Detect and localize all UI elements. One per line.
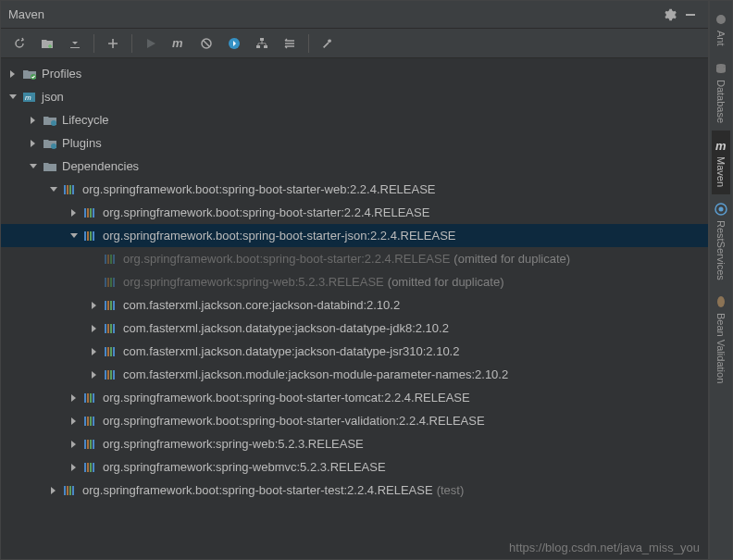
tree-node-dependency[interactable]: org.springframework.boot:spring-boot-sta…	[1, 178, 708, 201]
svg-rect-18	[90, 208, 92, 218]
svg-rect-0	[686, 14, 695, 16]
svg-rect-54	[90, 417, 92, 426]
folder-icon	[42, 136, 58, 151]
tree-node-dependencies[interactable]: Dependencies	[1, 155, 708, 178]
chevron-right-icon[interactable]	[68, 206, 81, 219]
svg-rect-25	[107, 255, 109, 264]
svg-point-72	[719, 206, 724, 211]
add-button[interactable]	[100, 31, 126, 56]
hide-icon[interactable]	[680, 5, 701, 25]
node-label: com.fasterxml.jackson.datatype:jackson-d…	[123, 344, 459, 358]
chevron-down-icon[interactable]	[47, 183, 60, 196]
show-dependencies-button[interactable]	[249, 31, 275, 56]
tree-node-plugins[interactable]: Plugins	[1, 131, 708, 155]
tree-node-lifecycle[interactable]: Lifecycle	[1, 108, 708, 131]
svg-rect-42	[110, 347, 112, 356]
svg-point-68	[716, 15, 726, 24]
svg-rect-58	[90, 440, 92, 449]
toggle-offline-button[interactable]	[221, 31, 247, 56]
tree-node-profiles[interactable]: Profiles	[1, 62, 708, 85]
node-label: org.springframework.boot:spring-boot-sta…	[123, 252, 450, 266]
svg-rect-49	[87, 393, 89, 403]
library-icon	[82, 414, 99, 429]
chevron-right-icon[interactable]	[68, 438, 81, 451]
library-icon	[62, 483, 79, 498]
tree-node-dependency[interactable]: com.fasterxml.jackson.datatype:jackson-d…	[1, 317, 708, 340]
svg-rect-39	[113, 324, 115, 333]
chevron-down-icon[interactable]	[27, 160, 40, 173]
database-icon	[714, 61, 728, 76]
download-sources-button[interactable]	[62, 31, 88, 56]
library-icon	[82, 229, 99, 243]
chevron-down-icon[interactable]	[68, 230, 81, 243]
settings-icon[interactable]	[660, 5, 680, 25]
sidebar-item-beanvalidation[interactable]: Bean Validation	[712, 287, 730, 391]
chevron-right-icon[interactable]	[88, 368, 101, 381]
chevron-right-icon[interactable]	[68, 392, 81, 404]
library-icon	[82, 460, 99, 475]
tree-node-dependency[interactable]: org.springframework.boot:spring-boot-sta…	[1, 201, 708, 224]
library-icon-dimmed	[103, 252, 119, 267]
tree-node-dependency[interactable]: org.springframework.boot:spring-boot-sta…	[1, 479, 708, 502]
chevron-right-icon[interactable]	[88, 322, 101, 335]
chevron-right-icon[interactable]	[27, 137, 40, 150]
chevron-right-icon[interactable]	[88, 299, 101, 312]
toggle-skip-tests-button[interactable]	[193, 31, 219, 56]
sidebar-item-ant[interactable]: Ant	[712, 5, 730, 54]
tree-node-dependency[interactable]: com.fasterxml.jackson.module:jackson-mod…	[1, 363, 708, 386]
refresh-button[interactable]	[6, 31, 32, 56]
tree-node-project[interactable]: m json	[1, 85, 708, 108]
tree-node-dependency[interactable]: org.springframework:spring-webmvc:5.2.3.…	[1, 455, 708, 479]
svg-rect-59	[93, 440, 94, 449]
chevron-right-icon[interactable]	[47, 484, 60, 497]
tree-node-dependency-selected[interactable]: org.springframework.boot:spring-boot-sta…	[1, 224, 708, 247]
tree-node-dependency[interactable]: org.springframework.boot:spring-boot-sta…	[1, 386, 708, 409]
svg-point-10	[51, 120, 56, 126]
panel-header: Maven	[1, 1, 708, 29]
run-button[interactable]	[138, 31, 164, 56]
rest-icon	[714, 202, 728, 217]
node-label: json	[42, 90, 64, 104]
svg-rect-17	[87, 208, 89, 218]
maven-icon: m	[714, 138, 728, 153]
sidebar-item-maven[interactable]: m Maven	[712, 131, 730, 194]
svg-rect-62	[90, 463, 92, 472]
chevron-down-icon[interactable]	[6, 91, 19, 104]
svg-rect-19	[93, 208, 94, 218]
chevron-right-icon[interactable]	[68, 415, 81, 428]
node-label: org.springframework.boot:spring-boot-sta…	[103, 229, 456, 243]
library-icon	[103, 321, 119, 336]
svg-rect-37	[107, 324, 109, 333]
svg-text:m: m	[715, 139, 727, 152]
svg-rect-66	[69, 486, 71, 495]
chevron-right-icon[interactable]	[27, 114, 40, 127]
collapse-all-button[interactable]	[277, 31, 303, 56]
tree-node-dependency-omitted[interactable]: org.springframework:spring-web:5.2.3.REL…	[1, 270, 708, 293]
tree-node-dependency[interactable]: org.springframework:spring-web:5.2.3.REL…	[1, 432, 708, 455]
chevron-right-icon[interactable]	[88, 345, 101, 358]
settings-button[interactable]	[315, 31, 341, 56]
chevron-right-icon[interactable]	[68, 461, 81, 474]
chevron-right-icon[interactable]	[6, 68, 19, 81]
node-label: org.springframework.boot:spring-boot-sta…	[82, 483, 433, 497]
svg-rect-28	[105, 278, 106, 287]
library-icon	[82, 205, 99, 220]
svg-rect-46	[110, 370, 112, 380]
svg-rect-64	[64, 486, 66, 495]
sidebar-item-restservices[interactable]: RestServices	[712, 194, 730, 288]
watermark: https://blog.csdn.net/java_miss_you	[509, 541, 700, 554]
svg-rect-36	[105, 324, 106, 333]
svg-rect-4	[260, 38, 264, 41]
tree-node-dependency-omitted[interactable]: org.springframework.boot:spring-boot-sta…	[1, 247, 708, 270]
maven-module-icon: m	[21, 90, 38, 105]
omitted-suffix: (omitted for duplicate)	[453, 252, 570, 266]
tree-node-dependency[interactable]: com.fasterxml.jackson.datatype:jackson-d…	[1, 340, 708, 363]
node-label: org.springframework.boot:spring-boot-sta…	[82, 182, 436, 196]
sidebar-item-database[interactable]: Database	[712, 54, 730, 131]
node-label: org.springframework:spring-web:5.2.3.REL…	[123, 275, 384, 289]
tree-node-dependency[interactable]: org.springframework.boot:spring-boot-sta…	[1, 409, 708, 432]
tree-node-dependency[interactable]: com.fasterxml.jackson.core:jackson-datab…	[1, 293, 708, 317]
execute-goal-button[interactable]: m	[166, 31, 192, 56]
svg-rect-6	[264, 45, 267, 48]
add-project-button[interactable]	[34, 31, 60, 56]
